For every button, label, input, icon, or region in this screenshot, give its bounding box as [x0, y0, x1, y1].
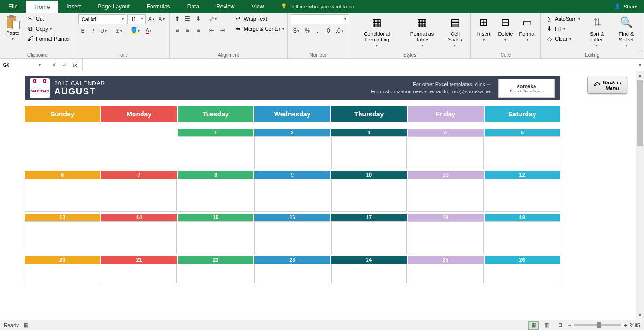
tab-home[interactable]: Home [26, 0, 58, 13]
calendar-cell[interactable]: 13 [25, 214, 100, 254]
font-color-button[interactable]: A▾ [142, 26, 155, 35]
calendar-cell[interactable]: 11 [408, 171, 483, 212]
decrease-decimal-button[interactable]: .0← [336, 26, 346, 35]
paste-button[interactable]: Paste ▾ [3, 14, 23, 51]
accounting-format-button[interactable]: $▾ [291, 26, 302, 35]
day-body[interactable] [408, 136, 483, 169]
calendar-cell[interactable]: 24 [331, 256, 407, 283]
delete-cells-button[interactable]: ⊟Delete▾ [495, 14, 515, 51]
insert-function-button[interactable]: fx [70, 62, 80, 68]
number-format-input[interactable] [294, 16, 343, 22]
align-bottom-button[interactable]: ⬇ [193, 14, 203, 24]
font-name-input[interactable] [82, 16, 120, 22]
collapse-ribbon-button[interactable]: ˆ [641, 51, 642, 57]
name-box-input[interactable] [0, 62, 35, 68]
calendar-cell[interactable]: 1 [178, 129, 253, 169]
align-left-button[interactable]: ≡ [173, 25, 182, 35]
name-box[interactable]: ▾ [0, 59, 47, 71]
calendar-cell[interactable]: 15 [178, 214, 253, 254]
tell-me-search[interactable]: 💡 Tell me what you want to do [281, 0, 354, 13]
italic-button[interactable]: I [89, 26, 98, 35]
macro-record-icon[interactable]: ▦ [24, 322, 28, 328]
page-break-view-button[interactable]: ⊞ [555, 321, 565, 330]
tab-page-layout[interactable]: Page Layout [89, 0, 138, 13]
day-body[interactable] [178, 179, 253, 212]
day-body[interactable] [408, 264, 483, 283]
calendar-cell[interactable]: 18 [408, 214, 483, 254]
scroll-down-button[interactable]: ▼ [636, 311, 644, 320]
day-body[interactable] [485, 136, 560, 169]
find-select-button[interactable]: 🔍Find & Select▾ [612, 14, 641, 51]
align-top-button[interactable]: ⬆ [173, 14, 182, 24]
fill-color-button[interactable]: 🪣▾ [129, 26, 142, 35]
chevron-down-icon[interactable]: ▾ [35, 63, 44, 67]
day-body[interactable] [331, 136, 407, 169]
day-body[interactable] [331, 221, 407, 254]
zoom-slider[interactable] [574, 324, 621, 326]
day-body[interactable] [408, 221, 483, 254]
fill-button[interactable]: ⬇Fill▾ [544, 24, 582, 33]
day-body[interactable] [254, 136, 330, 169]
day-body[interactable] [331, 264, 407, 283]
back-to-menu-button[interactable]: ↶ Back toMenu [587, 77, 627, 94]
decrease-indent-button[interactable]: ⇤ [207, 25, 217, 35]
enter-formula-button[interactable]: ✓ [59, 62, 70, 68]
calendar-cell[interactable]: 7 [101, 171, 176, 212]
calendar-cell[interactable]: 3 [331, 129, 407, 169]
day-body[interactable] [178, 136, 253, 169]
day-body[interactable] [101, 179, 176, 212]
font-size-combo[interactable]: ▾ [127, 14, 146, 24]
font-size-input[interactable] [131, 16, 140, 22]
day-body[interactable] [408, 179, 483, 212]
underline-button[interactable]: U▾ [99, 26, 109, 35]
calendar-cell[interactable]: 26 [485, 256, 560, 283]
align-middle-button[interactable]: ☰ [183, 14, 192, 24]
templates-link-text[interactable]: For other Excel templates, click → [371, 81, 492, 88]
day-body[interactable] [254, 179, 330, 212]
day-body[interactable] [178, 264, 253, 283]
day-body[interactable] [485, 179, 560, 212]
calendar-cell[interactable]: 21 [101, 256, 176, 283]
day-body[interactable] [101, 264, 176, 283]
day-body[interactable] [485, 264, 560, 283]
calendar-cell[interactable]: 23 [254, 256, 330, 283]
autosum-button[interactable]: ∑AutoSum▾ [544, 14, 582, 24]
copy-button[interactable]: ⧉Copy▾ [25, 24, 72, 33]
calendar-cell[interactable]: 25 [408, 256, 483, 283]
calendar-cell[interactable]: 10 [331, 171, 407, 212]
number-format-combo[interactable]: ▾ [291, 14, 349, 24]
conditional-formatting-button[interactable]: ▦Conditional Formatting▾ [352, 14, 402, 51]
day-body[interactable] [331, 179, 407, 212]
wrap-text-button[interactable]: ↵Wrap Text [233, 14, 286, 24]
cancel-formula-button[interactable]: ✕ [49, 62, 59, 68]
calendar-cell[interactable]: 5 [485, 129, 560, 169]
format-as-table-button[interactable]: ▦Format as Table▾ [404, 14, 441, 51]
calendar-cell[interactable]: 12 [485, 171, 560, 212]
increase-indent-button[interactable]: ⇥ [217, 25, 227, 35]
calendar-cell[interactable]: 20 [25, 256, 100, 283]
calendar-cell[interactable]: 22 [178, 256, 253, 283]
share-button[interactable]: Share [624, 4, 637, 9]
zoom-out-button[interactable]: − [568, 322, 571, 328]
cell-styles-button[interactable]: ▤Cell Styles▾ [442, 14, 468, 51]
page-layout-view-button[interactable]: ▥ [542, 321, 552, 330]
day-body[interactable] [25, 179, 100, 212]
increase-font-button[interactable]: A▲ [147, 15, 156, 24]
zoom-in-button[interactable]: + [624, 322, 627, 328]
vertical-scrollbar[interactable]: ▲ ▼ [636, 71, 644, 320]
align-center-button[interactable]: ≡ [183, 25, 192, 35]
tab-insert[interactable]: Insert [58, 0, 89, 13]
calendar-cell[interactable]: 19 [485, 214, 560, 254]
orientation-button[interactable]: ⤢▾ [207, 14, 219, 24]
bold-button[interactable]: B [78, 26, 88, 35]
calendar-cell[interactable]: 17 [331, 214, 407, 254]
sort-filter-button[interactable]: ⇅Sort & Filter▾ [584, 14, 610, 51]
increase-decimal-button[interactable]: .0→ [326, 26, 335, 35]
format-painter-button[interactable]: 🖌Format Painter [25, 34, 72, 43]
insert-cells-button[interactable]: ⊞Insert▾ [474, 14, 493, 51]
calendar-cell[interactable]: 14 [101, 214, 176, 254]
day-body[interactable] [101, 221, 176, 254]
expand-formula-bar-button[interactable]: ▾ [636, 59, 644, 71]
tab-data[interactable]: Data [179, 0, 208, 13]
scroll-up-button[interactable]: ▲ [636, 71, 644, 80]
